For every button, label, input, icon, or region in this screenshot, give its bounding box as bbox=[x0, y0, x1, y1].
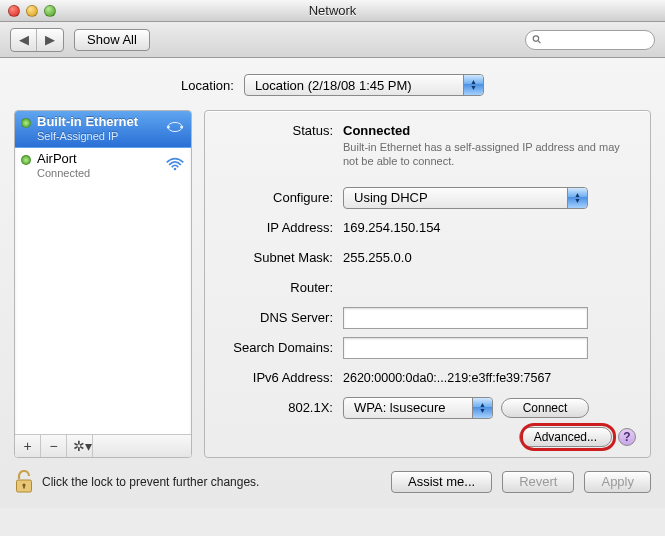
search-domains-input[interactable] bbox=[343, 337, 588, 359]
add-service-button[interactable]: + bbox=[15, 435, 41, 457]
lock-icon[interactable] bbox=[14, 470, 34, 494]
ipv6-address-label: IPv6 Address: bbox=[219, 370, 343, 385]
titlebar: Network bbox=[0, 0, 665, 22]
sidebar-item-status: Connected bbox=[37, 167, 157, 180]
svg-point-3 bbox=[167, 126, 170, 129]
sidebar-item-label: Built-in Ethernet bbox=[37, 115, 157, 130]
8021x-select-value: WPA: lsusecure bbox=[354, 400, 446, 415]
subnet-mask-value: 255.255.0.0 bbox=[343, 250, 636, 265]
apply-button[interactable]: Apply bbox=[584, 471, 651, 493]
subnet-mask-label: Subnet Mask: bbox=[219, 250, 343, 265]
zoom-window-button[interactable] bbox=[44, 5, 56, 17]
svg-point-2 bbox=[168, 123, 182, 132]
ip-address-value: 169.254.150.154 bbox=[343, 220, 636, 235]
sidebar-item-label: AirPort bbox=[37, 152, 157, 167]
status-dot-icon bbox=[21, 155, 31, 165]
ipv6-address-value: 2620:0000:0da0:...219:e3ff:fe39:7567 bbox=[343, 371, 636, 385]
advanced-button[interactable]: Advanced... bbox=[519, 427, 612, 447]
close-window-button[interactable] bbox=[8, 5, 20, 17]
location-label: Location: bbox=[181, 78, 234, 93]
assist-me-button[interactable]: Assist me... bbox=[391, 471, 492, 493]
svg-rect-8 bbox=[23, 485, 25, 489]
ethernet-icon bbox=[163, 120, 185, 137]
service-actions-button[interactable]: ✲▾ bbox=[67, 435, 93, 457]
8021x-select[interactable]: WPA: lsusecure ▲▼ bbox=[343, 397, 493, 419]
configure-select[interactable]: Using DHCP ▲▼ bbox=[343, 187, 588, 209]
help-button[interactable]: ? bbox=[618, 428, 636, 446]
wifi-icon bbox=[163, 157, 185, 174]
sidebar-item-status: Self-Assigned IP bbox=[37, 130, 157, 143]
search-input[interactable] bbox=[546, 32, 648, 48]
search-domains-label: Search Domains: bbox=[219, 340, 343, 355]
dns-server-label: DNS Server: bbox=[219, 310, 343, 325]
ip-address-label: IP Address: bbox=[219, 220, 343, 235]
bottom-bar: Click the lock to prevent further change… bbox=[14, 470, 651, 494]
8021x-label: 802.1X: bbox=[219, 400, 343, 415]
prefpane-body: Location: Location (2/18/08 1:45 PM) ▲▼ … bbox=[0, 58, 665, 508]
sidebar-item-ethernet[interactable]: Built-in Ethernet Self-Assigned IP bbox=[15, 111, 191, 148]
window-title: Network bbox=[0, 3, 665, 18]
svg-point-0 bbox=[533, 36, 538, 41]
svg-point-5 bbox=[174, 168, 177, 171]
nav-back-forward: ◀ ▶ bbox=[10, 28, 64, 52]
remove-service-button[interactable]: − bbox=[41, 435, 67, 457]
router-label: Router: bbox=[219, 280, 343, 295]
toolbar-search[interactable] bbox=[525, 30, 655, 50]
status-description: Built-in Ethernet has a self-assigned IP… bbox=[343, 140, 623, 169]
services-sidebar: Built-in Ethernet Self-Assigned IP AirPo… bbox=[14, 110, 192, 458]
sidebar-footer: + − ✲▾ bbox=[15, 434, 191, 457]
window-controls bbox=[8, 5, 56, 17]
forward-button[interactable]: ▶ bbox=[37, 29, 63, 51]
show-all-button[interactable]: Show All bbox=[74, 29, 150, 51]
dns-server-input[interactable] bbox=[343, 307, 588, 329]
status-label: Status: bbox=[219, 123, 343, 138]
location-select-value: Location (2/18/08 1:45 PM) bbox=[255, 78, 412, 93]
revert-button[interactable]: Revert bbox=[502, 471, 574, 493]
search-icon bbox=[532, 34, 542, 45]
location-select[interactable]: Location (2/18/08 1:45 PM) ▲▼ bbox=[244, 74, 484, 96]
svg-point-4 bbox=[180, 126, 183, 129]
back-button[interactable]: ◀ bbox=[11, 29, 37, 51]
configure-select-value: Using DHCP bbox=[354, 190, 428, 205]
status-dot-icon bbox=[21, 118, 31, 128]
minimize-window-button[interactable] bbox=[26, 5, 38, 17]
configure-label: Configure: bbox=[219, 190, 343, 205]
service-details: Status: Connected Built-in Ethernet has … bbox=[204, 110, 651, 458]
status-value: Connected bbox=[343, 123, 636, 138]
lock-text: Click the lock to prevent further change… bbox=[42, 475, 259, 489]
location-row: Location: Location (2/18/08 1:45 PM) ▲▼ bbox=[14, 74, 651, 96]
svg-line-1 bbox=[538, 41, 540, 43]
connect-button[interactable]: Connect bbox=[501, 398, 589, 418]
sidebar-item-airport[interactable]: AirPort Connected bbox=[15, 148, 191, 185]
toolbar: ◀ ▶ Show All bbox=[0, 22, 665, 58]
